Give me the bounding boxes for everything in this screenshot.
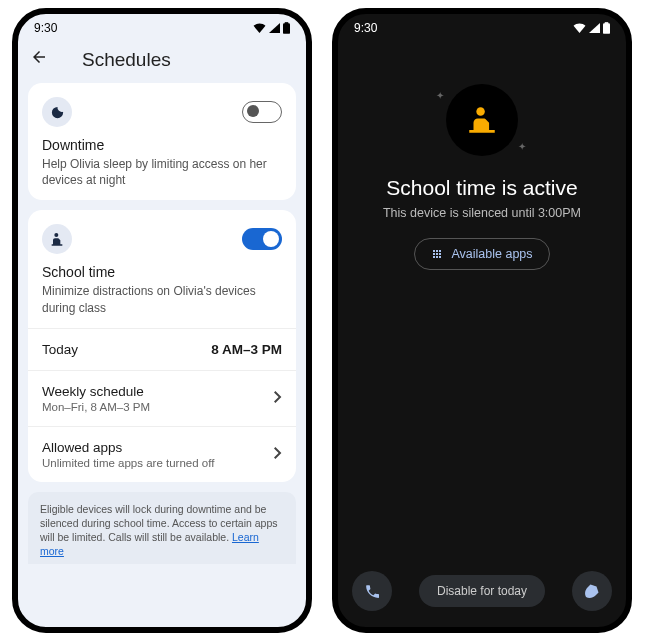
svg-rect-3 [603, 23, 610, 33]
sparkle-icon: ✦ [436, 90, 444, 101]
schooltime-card: School time Minimize distractions on Oli… [28, 210, 296, 481]
signal-icon [589, 23, 600, 33]
today-row[interactable]: Today 8 AM–3 PM [28, 328, 296, 370]
page-title: Schedules [82, 49, 171, 71]
downtime-title: Downtime [42, 137, 282, 153]
hero-icon: ✦ ✦ [446, 84, 518, 156]
phone-button[interactable] [352, 571, 392, 611]
schooltime-header-row[interactable]: School time Minimize distractions on Oli… [28, 210, 296, 327]
emergency-button[interactable] [572, 571, 612, 611]
downtime-card[interactable]: Downtime Help Olivia sleep by limiting a… [28, 83, 296, 200]
apps-grid-icon [431, 248, 443, 260]
phone-icon [364, 583, 381, 600]
bottom-bar: Disable for today [338, 559, 626, 627]
svg-rect-0 [283, 23, 290, 33]
status-icons [253, 22, 290, 34]
allowed-apps-row[interactable]: Allowed apps Unlimited time apps are tur… [28, 426, 296, 482]
emergency-icon [580, 579, 604, 603]
back-arrow-icon[interactable] [30, 48, 48, 71]
weekly-schedule-row[interactable]: Weekly schedule Mon–Fri, 8 AM–3 PM [28, 370, 296, 426]
moon-icon [42, 97, 72, 127]
phone-schooltime-lock: 9:30 ✦ ✦ School time is active This devi… [332, 8, 632, 633]
schooltime-toggle[interactable] [242, 228, 282, 250]
svg-point-2 [54, 233, 58, 237]
wifi-icon [573, 23, 586, 33]
status-bar: 9:30 [18, 14, 306, 42]
today-value: 8 AM–3 PM [211, 342, 282, 357]
status-bar: 9:30 [338, 14, 626, 42]
signal-icon [269, 23, 280, 33]
svg-rect-1 [285, 22, 289, 24]
status-time: 9:30 [354, 21, 377, 35]
chevron-right-icon [274, 446, 282, 462]
disable-for-today-button[interactable]: Disable for today [419, 575, 545, 607]
status-icons [573, 22, 610, 34]
phone-schedules: 9:30 Schedules Downtime Help Olivia slee… [12, 8, 312, 633]
battery-icon [603, 22, 610, 34]
svg-rect-4 [605, 22, 609, 24]
today-label: Today [42, 342, 78, 357]
header: Schedules [18, 42, 306, 83]
hero-title: School time is active [386, 176, 577, 200]
chevron-right-icon [274, 390, 282, 406]
desk-person-icon [42, 224, 72, 254]
status-time: 9:30 [34, 21, 57, 35]
sparkle-icon: ✦ [518, 141, 526, 152]
downtime-subtitle: Help Olivia sleep by limiting access on … [42, 156, 282, 188]
available-apps-button[interactable]: Available apps [414, 238, 549, 270]
wifi-icon [253, 23, 266, 33]
schooltime-subtitle: Minimize distractions on Olivia's device… [42, 283, 282, 315]
footer-note: Eligible devices will lock during downti… [28, 492, 296, 565]
weekly-value: Mon–Fri, 8 AM–3 PM [42, 401, 150, 413]
hero-subtitle: This device is silenced until 3:00PM [383, 206, 581, 220]
allowed-value: Unlimited time apps are turned off [42, 457, 214, 469]
schooltime-title: School time [42, 264, 282, 280]
desk-person-icon [465, 103, 499, 137]
allowed-label: Allowed apps [42, 440, 214, 455]
downtime-toggle[interactable] [242, 101, 282, 123]
battery-icon [283, 22, 290, 34]
svg-point-5 [476, 107, 485, 116]
weekly-label: Weekly schedule [42, 384, 150, 399]
available-apps-label: Available apps [451, 247, 532, 261]
hero-section: ✦ ✦ School time is active This device is… [338, 42, 626, 559]
